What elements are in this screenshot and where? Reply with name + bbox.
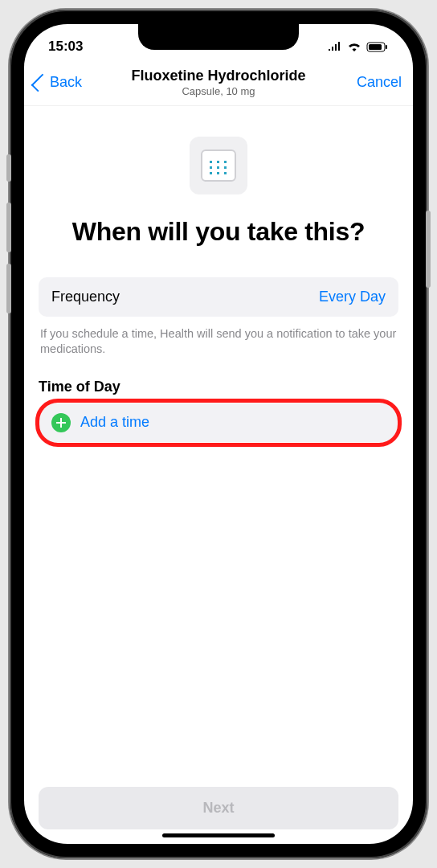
silence-switch [6, 154, 11, 182]
medication-schedule-icon [190, 137, 247, 194]
back-label: Back [50, 74, 82, 91]
frequency-label: Frequency [51, 289, 120, 305]
add-time-container: Add a time [39, 403, 398, 442]
volume-down-button [6, 264, 11, 313]
power-button [426, 211, 431, 288]
notch [138, 24, 299, 50]
add-time-label: Add a time [80, 414, 149, 431]
add-time-button[interactable]: Add a time [39, 403, 398, 442]
plus-icon [51, 413, 71, 432]
nav-bar: Back Fluoxetine Hydrochloride Capsule, 1… [24, 61, 413, 106]
battery-icon [366, 42, 389, 52]
screen: 15:03 Back Fluoxetine Hydrochloride Caps… [24, 24, 413, 844]
page-title: Fluoxetine Hydrochloride [100, 68, 337, 84]
volume-up-button [6, 203, 11, 252]
status-indicators [328, 42, 389, 52]
next-button[interactable]: Next [39, 787, 398, 829]
frequency-value: Every Day [319, 289, 386, 305]
heading: When will you take this? [39, 217, 398, 247]
home-indicator[interactable] [162, 833, 275, 837]
nav-title-group: Fluoxetine Hydrochloride Capsule, 10 mg [100, 68, 337, 97]
content-area: When will you take this? Frequency Every… [24, 106, 413, 772]
calendar-icon [201, 149, 236, 182]
back-button[interactable]: Back [35, 74, 100, 91]
svg-rect-2 [386, 45, 387, 49]
status-time: 15:03 [48, 39, 83, 55]
cellular-icon [328, 42, 342, 51]
frequency-row[interactable]: Frequency Every Day [39, 277, 398, 317]
chevron-left-icon [31, 73, 50, 92]
wifi-icon [347, 42, 361, 52]
helper-text: If you schedule a time, Health will send… [39, 326, 398, 358]
svg-rect-1 [369, 44, 382, 50]
page-subtitle: Capsule, 10 mg [100, 85, 337, 97]
cancel-button[interactable]: Cancel [357, 74, 402, 90]
time-of-day-section-title: Time of Day [39, 379, 398, 395]
phone-frame: 15:03 Back Fluoxetine Hydrochloride Caps… [10, 10, 427, 858]
